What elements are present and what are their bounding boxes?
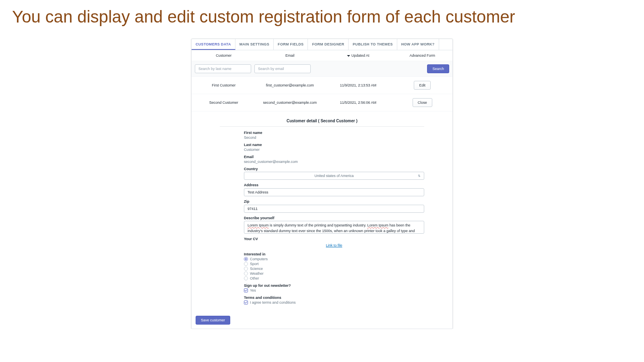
cell-customer: First Customer <box>192 83 256 87</box>
cv-link[interactable]: Link to file <box>244 242 424 249</box>
country-select[interactable]: United states of America ⇅ <box>244 172 424 180</box>
save-row: Save customer <box>192 312 452 329</box>
field-terms: Terms and conditions I agree terms and c… <box>244 296 424 304</box>
detail-title: Customer detail ( Second Customer ) <box>220 115 424 127</box>
sort-desc-icon <box>347 55 350 57</box>
describe-spellcheck-1: Lorem Ipsum <box>248 223 269 227</box>
zip-input[interactable] <box>244 205 424 213</box>
cell-action: Close <box>392 98 452 107</box>
tab-main-settings[interactable]: MAIN SETTINGS <box>235 39 274 50</box>
address-label: Address <box>244 183 424 187</box>
terms-checkbox[interactable]: I agree terms and conditions <box>244 300 424 304</box>
radio-icon <box>244 267 248 271</box>
table-row: Second Customer second_customer@example.… <box>192 94 452 111</box>
radio-icon <box>244 276 248 280</box>
cell-updated: 11/9/2021, 2:13:53 AM <box>324 83 392 87</box>
interest-option[interactable]: Science <box>244 267 424 271</box>
terms-label: Terms and conditions <box>244 296 424 300</box>
address-input[interactable] <box>244 188 424 196</box>
country-select-value: United states of America <box>314 174 354 178</box>
interest-option[interactable]: Other <box>244 276 424 280</box>
customer-detail-panel: Customer detail ( Second Customer ) Firs… <box>192 111 452 312</box>
search-row: Search <box>192 61 452 77</box>
describe-spellcheck-2: Lorem Ipsum <box>367 223 388 227</box>
tab-publish-themes[interactable]: PUBLISH TO THEMES <box>349 39 397 50</box>
field-zip: Zip <box>244 200 424 213</box>
tab-customers-data[interactable]: CUSTOMERS DATA <box>192 39 235 50</box>
field-interested: Interested in Computers Sport Science We… <box>244 252 424 280</box>
field-country: Country United states of America ⇅ <box>244 167 424 180</box>
last-name-label: Last name <box>244 143 424 147</box>
cell-updated: 11/5/2021, 2:56:06 AM <box>324 101 392 105</box>
col-customer[interactable]: Customer <box>192 53 256 58</box>
search-email-input[interactable] <box>254 64 311 73</box>
tab-how-app-work[interactable]: HOW APP WORK? <box>397 39 439 50</box>
select-updown-icon: ⇅ <box>418 174 421 178</box>
col-updated[interactable]: Updated At <box>324 53 392 58</box>
save-customer-button[interactable]: Save customer <box>196 316 230 325</box>
table-header: Customer Email Updated At Advanced Form <box>192 50 452 61</box>
describe-label: Describe yourself <box>244 216 424 220</box>
email-value: second_customer@example.com <box>244 160 424 164</box>
newsletter-label: Sign up for out newsletter? <box>244 284 424 288</box>
field-first-name: First name Second <box>244 131 424 140</box>
col-updated-label: Updated At <box>351 53 369 58</box>
radio-icon <box>244 257 248 261</box>
cv-label: Your CV <box>244 237 424 241</box>
interested-label: Interested in <box>244 252 424 256</box>
interest-option[interactable]: Sport <box>244 262 424 266</box>
interest-option[interactable]: Weather <box>244 272 424 276</box>
newsletter-checkbox[interactable]: Yes <box>244 288 424 292</box>
cell-customer: Second Customer <box>192 101 256 105</box>
search-button[interactable]: Search <box>427 64 449 73</box>
tab-form-designer[interactable]: FORM DESIGNER <box>308 39 349 50</box>
app-panel: CUSTOMERS DATA MAIN SETTINGS FORM FIELDS… <box>191 39 453 329</box>
describe-textarea[interactable]: Lorem Ipsum is simply dummy text of the … <box>244 221 424 234</box>
radio-icon <box>244 272 248 276</box>
page-headline: You can display and edit custom registra… <box>0 0 644 39</box>
close-button[interactable]: Close <box>413 98 432 107</box>
edit-button[interactable]: Edit <box>414 81 431 90</box>
first-name-label: First name <box>244 131 424 135</box>
field-address: Address <box>244 183 424 196</box>
cell-email: second_customer@example.com <box>256 101 324 105</box>
search-lastname-input[interactable] <box>195 64 251 73</box>
field-cv: Your CV Link to file <box>244 237 424 249</box>
country-label: Country <box>244 167 424 171</box>
checkbox-icon <box>244 300 248 304</box>
zip-label: Zip <box>244 200 424 204</box>
col-advanced-form: Advanced Form <box>392 53 452 58</box>
last-name-value: Customer <box>244 148 424 152</box>
field-describe: Describe yourself Lorem Ipsum is simply … <box>244 216 424 234</box>
email-label: Email <box>244 155 424 159</box>
field-last-name: Last name Customer <box>244 143 424 152</box>
field-newsletter: Sign up for out newsletter? Yes <box>244 284 424 292</box>
radio-icon <box>244 262 248 266</box>
cell-action: Edit <box>392 81 452 90</box>
first-name-value: Second <box>244 136 424 140</box>
col-email[interactable]: Email <box>256 53 324 58</box>
table-row: First Customer first_customer@example.co… <box>192 77 452 94</box>
tab-form-fields[interactable]: FORM FIELDS <box>274 39 308 50</box>
tabs-bar: CUSTOMERS DATA MAIN SETTINGS FORM FIELDS… <box>192 39 452 50</box>
interest-option[interactable]: Computers <box>244 257 424 261</box>
cell-email: first_customer@example.com <box>256 83 324 87</box>
checkbox-icon <box>244 288 248 292</box>
field-email: Email second_customer@example.com <box>244 155 424 164</box>
